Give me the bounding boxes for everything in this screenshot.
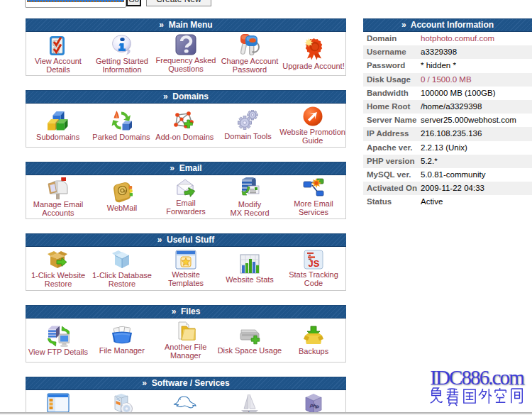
svg-text:JS: JS [309, 258, 320, 269]
